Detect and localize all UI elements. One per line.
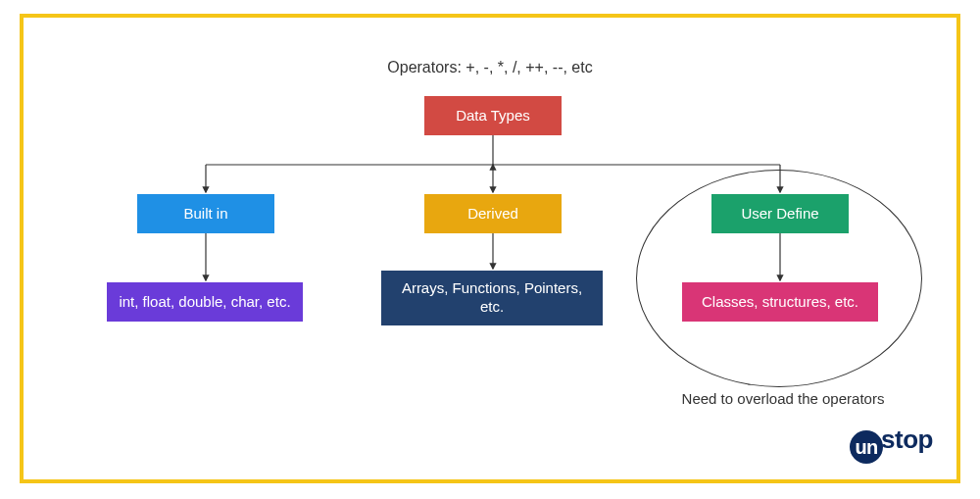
- node-built-in: Built in: [137, 194, 274, 233]
- diagram-title: Operators: +, -, *, /, ++, --, etc: [24, 59, 956, 76]
- brand-logo: unstop: [850, 424, 933, 465]
- leaf-derived: Arrays, Functions, Pointers, etc.: [381, 271, 603, 325]
- diagram-canvas: Operators: +, -, *, /, ++, --, etc Data …: [24, 18, 956, 479]
- brand-logo-badge: un: [850, 430, 883, 464]
- leaf-built-in: int, float, double, char, etc.: [107, 282, 303, 322]
- node-root: Data Types: [424, 96, 562, 135]
- highlight-circle: [636, 170, 922, 387]
- brand-logo-text: stop: [881, 424, 933, 454]
- highlight-caption: Need to overload the operators: [646, 390, 920, 407]
- diagram-frame: Operators: +, -, *, /, ++, --, etc Data …: [20, 14, 960, 483]
- node-derived: Derived: [424, 194, 562, 233]
